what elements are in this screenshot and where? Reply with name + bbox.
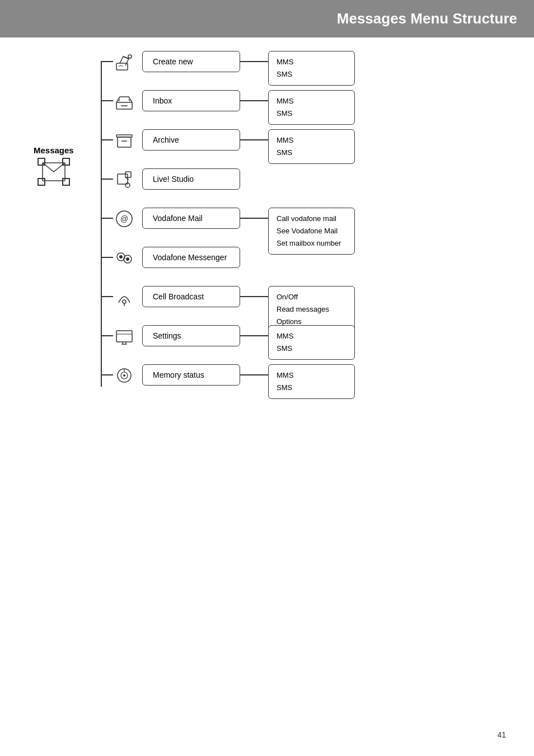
menu-diagram: Create newMMSSMS InboxMMSSMS ArchiveMMSS… (90, 49, 493, 468)
svg-rect-14 (125, 172, 131, 177)
sub-item: SMS (277, 107, 346, 120)
trunk-line (101, 61, 102, 387)
item-box-cell-broadcast: Cell Broadcast (142, 286, 240, 307)
item-box-inbox: Inbox (142, 90, 240, 111)
branch-line-memory-status (101, 374, 113, 375)
sub-item: MMS (277, 95, 346, 107)
sub-box-archive: MMSSMS (268, 129, 355, 164)
sub-item: SMS (277, 68, 346, 81)
branch-line-create-new (101, 61, 113, 62)
item-box-vodafone-messenger: Vodafone Messenger (142, 247, 240, 268)
item-box-settings: Settings (142, 325, 240, 346)
svg-rect-2 (38, 179, 45, 185)
sub-item: SMS (277, 147, 346, 159)
messenger-icon (113, 247, 135, 269)
messages-envelope-icon (37, 157, 71, 186)
sub-item: On/Off (277, 291, 346, 303)
settings-icon (113, 325, 135, 348)
branch-line-vodafone-mail (101, 218, 113, 219)
page-title: Messages Menu Structure (337, 10, 517, 27)
sub-item: MMS (277, 56, 346, 68)
connector-archive (240, 139, 268, 140)
memory-icon (113, 364, 135, 387)
page-number: 41 (497, 730, 506, 739)
sub-item: Call vodafone mail (277, 213, 346, 225)
connector-inbox (240, 100, 268, 101)
branch-line-live-studio (101, 179, 113, 180)
branch-line-settings (101, 335, 113, 336)
sub-item: SMS (277, 342, 346, 355)
broadcast-icon (113, 286, 135, 308)
svg-point-21 (119, 255, 123, 259)
mail-icon: @ (113, 208, 135, 230)
sub-item: See Vodafone Mail (277, 225, 346, 237)
connector-settings (240, 335, 268, 336)
branch-line-inbox (101, 100, 113, 101)
sub-box-settings: MMSSMS (268, 325, 355, 360)
sub-box-memory-status: MMSSMS (268, 364, 355, 399)
sub-box-vodafone-mail: Call vodafone mailSee Vodafone MailSet m… (268, 208, 355, 255)
branch-line-cell-broadcast (101, 296, 113, 297)
svg-point-22 (126, 257, 129, 261)
sub-item: Set mailbox number (277, 237, 346, 250)
messages-root: Messages (34, 145, 74, 186)
connector-create-new (240, 61, 268, 62)
item-box-memory-status: Memory status (142, 364, 240, 386)
inbox-icon (113, 90, 135, 112)
sub-item: MMS (277, 134, 346, 147)
sub-item: SMS (277, 382, 346, 394)
connector-memory-status (240, 374, 268, 375)
sub-item: MMS (277, 369, 346, 382)
archive-icon (113, 129, 135, 152)
sub-box-inbox: MMSSMS (268, 90, 355, 125)
messages-label: Messages (34, 145, 74, 155)
sub-box-create-new: MMSSMS (268, 51, 355, 86)
connector-vodafone-mail (240, 218, 268, 219)
svg-point-7 (128, 55, 132, 58)
svg-rect-25 (116, 331, 132, 342)
connector-cell-broadcast (240, 296, 268, 297)
svg-text:@: @ (120, 214, 128, 223)
branch-line-archive (101, 139, 113, 140)
svg-rect-11 (118, 137, 131, 147)
svg-rect-3 (63, 179, 69, 185)
svg-rect-13 (118, 174, 128, 184)
page-header: Messages Menu Structure (0, 0, 534, 37)
branch-line-vodafone-messenger (101, 257, 113, 258)
sub-item: Read messages (277, 303, 346, 316)
live-icon (113, 168, 135, 191)
item-box-create-new: Create new (142, 51, 240, 72)
pencil-icon (113, 51, 135, 73)
item-box-archive: Archive (142, 129, 240, 151)
item-box-live-studio: Live! Studio (142, 168, 240, 190)
svg-point-23 (123, 300, 126, 303)
sub-item: MMS (277, 330, 346, 342)
item-box-vodafone-mail: Vodafone Mail (142, 208, 240, 229)
svg-point-30 (123, 374, 125, 377)
